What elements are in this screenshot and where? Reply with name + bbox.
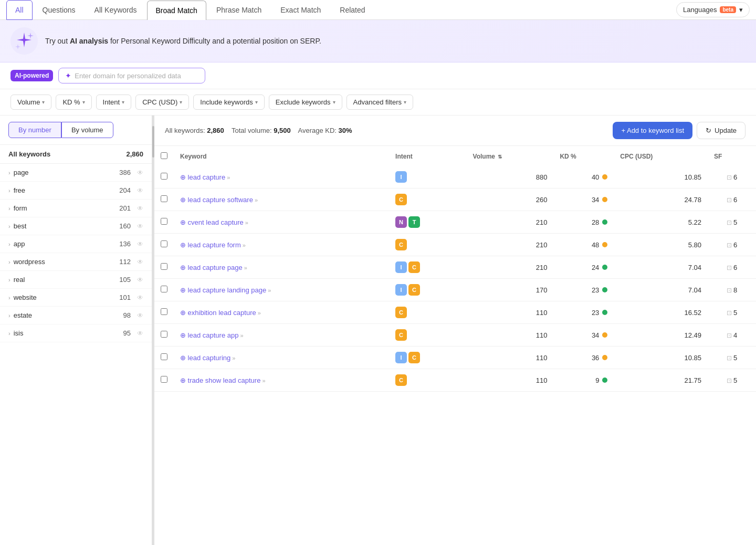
domain-input-wrapper[interactable]: ✦ Enter domain for personalized data — [58, 68, 205, 83]
keyword-link[interactable]: ⊕ lead capturing» — [180, 354, 235, 362]
chevron-down-icon: ▾ — [739, 6, 743, 14]
eye-icon[interactable]: 👁 — [137, 169, 143, 176]
keyword-link[interactable]: ⊕ lead capture» — [180, 173, 230, 181]
tab-questions[interactable]: Questions — [34, 0, 85, 19]
keyword-link[interactable]: ⊕ lead capture form» — [180, 241, 246, 249]
list-item[interactable]: › estate 98 👁 — [0, 307, 152, 324]
volume-value: 110 — [467, 347, 554, 369]
keyword-link[interactable]: ⊕ lead capture software» — [180, 196, 258, 204]
domain-row: AI-powered ✦ Enter domain for personaliz… — [0, 62, 756, 89]
tab-all-keywords[interactable]: All Keywords — [86, 0, 146, 19]
row-checkbox[interactable] — [161, 173, 167, 180]
list-item[interactable]: › form 201 👁 — [0, 200, 152, 217]
sf-value: ⊡6 — [708, 188, 756, 211]
eye-icon[interactable]: 👁 — [137, 294, 143, 301]
cpc-value: 5.22 — [614, 211, 708, 234]
volume-value: 110 — [467, 369, 554, 392]
cpc-value: 10.85 — [614, 347, 708, 369]
list-item[interactable]: › free 204 👁 — [0, 182, 152, 200]
table-header-volume[interactable]: Volume ⇅ — [467, 147, 554, 166]
left-list-header: All keywords 2,860 — [0, 145, 152, 164]
languages-dropdown[interactable]: Languages beta ▾ — [676, 2, 750, 17]
update-button[interactable]: ↻ Update — [697, 122, 746, 139]
row-checkbox[interactable] — [161, 353, 167, 360]
intent-badge: C — [408, 352, 420, 363]
kd-value: 48 — [553, 234, 614, 256]
select-all-checkbox[interactable] — [161, 152, 167, 159]
tab-broad-match[interactable]: Broad Match — [147, 1, 206, 20]
chevron-down-icon: ▾ — [180, 99, 182, 105]
row-checkbox[interactable] — [161, 240, 167, 247]
sf-icon: ⊡ — [727, 309, 732, 317]
keyword-label: app — [14, 240, 117, 248]
tab-exact-match[interactable]: Exact Match — [271, 0, 330, 19]
sf-value: ⊡8 — [708, 279, 756, 301]
filter-exclude-keywords[interactable]: Exclude keywords ▾ — [269, 95, 342, 110]
languages-label: Languages — [683, 6, 717, 14]
list-item[interactable]: › wordpress 112 👁 — [0, 253, 152, 271]
table-header-kd: KD % — [553, 147, 614, 166]
chevron-right-icon: › — [8, 330, 10, 337]
intent-badge: I — [395, 171, 407, 183]
kd-dot — [602, 265, 607, 270]
kd-dot — [602, 310, 607, 315]
chevron-down-icon: ▾ — [404, 99, 406, 105]
eye-icon[interactable]: 👁 — [137, 258, 143, 266]
row-checkbox[interactable] — [161, 376, 167, 383]
eye-icon[interactable]: 👁 — [137, 205, 143, 212]
filter-advanced[interactable]: Advanced filters ▾ — [346, 95, 414, 110]
keyword-link[interactable]: ⊕ lead capture page» — [180, 264, 247, 271]
filter-include-keywords[interactable]: Include keywords ▾ — [193, 95, 264, 110]
keyword-link[interactable]: ⊕ lead capture app» — [180, 331, 244, 339]
row-checkbox[interactable] — [161, 331, 167, 338]
intent-badge: C — [408, 261, 420, 273]
keyword-link[interactable]: ⊕ trade show lead capture» — [180, 376, 266, 384]
keyword-link[interactable]: ⊕ cvent lead capture» — [180, 218, 248, 226]
row-checkbox[interactable] — [161, 195, 167, 202]
kd-dot — [602, 287, 607, 292]
intent-badge: T — [408, 216, 420, 228]
sf-icon: ⊡ — [727, 332, 732, 339]
sf-icon: ⊡ — [727, 174, 732, 181]
volume-value: 110 — [467, 324, 554, 347]
filter-kd[interactable]: KD % ▾ — [56, 95, 91, 110]
row-checkbox[interactable] — [161, 263, 167, 270]
filter-volume[interactable]: Volume ▾ — [10, 95, 51, 110]
by-number-button[interactable]: By number — [8, 122, 61, 138]
row-checkbox[interactable] — [161, 286, 167, 292]
tab-related[interactable]: Related — [331, 0, 374, 19]
eye-icon[interactable]: 👁 — [137, 330, 143, 337]
row-checkbox[interactable] — [161, 308, 167, 315]
sf-icon: ⊡ — [727, 377, 732, 384]
add-to-keyword-list-button[interactable]: + Add to keyword list — [613, 122, 692, 139]
eye-icon[interactable]: 👁 — [137, 276, 143, 284]
list-item[interactable]: › best 160 👁 — [0, 217, 152, 235]
tab-all[interactable]: All — [6, 0, 33, 20]
keyword-count: 386 — [119, 169, 131, 176]
eye-icon[interactable]: 👁 — [137, 312, 143, 319]
tab-phrase-match[interactable]: Phrase Match — [207, 0, 270, 19]
eye-icon[interactable]: 👁 — [137, 223, 143, 230]
intent-badge: I — [395, 261, 407, 273]
list-item[interactable]: › app 136 👁 — [0, 235, 152, 253]
keyword-link[interactable]: ⊕ exhibition lead capture» — [180, 309, 261, 317]
eye-icon[interactable]: 👁 — [137, 187, 143, 194]
eye-icon[interactable]: 👁 — [137, 240, 143, 248]
list-item[interactable]: › isis 95 👁 — [0, 324, 152, 342]
by-volume-button[interactable]: By volume — [61, 122, 113, 138]
domain-input-placeholder: Enter domain for personalized data — [75, 72, 181, 80]
keyword-link[interactable]: ⊕ lead capture landing page» — [180, 286, 271, 294]
cpc-value: 16.52 — [614, 301, 708, 324]
volume-value: 260 — [467, 188, 554, 211]
cpc-value: 21.75 — [614, 369, 708, 392]
chevron-right-icon: › — [8, 205, 10, 212]
filter-intent[interactable]: Intent ▾ — [96, 95, 132, 110]
list-item[interactable]: › page 386 👁 — [0, 164, 152, 182]
list-item[interactable]: › website 101 👁 — [0, 289, 152, 307]
filter-cpc[interactable]: CPC (USD) ▾ — [135, 95, 189, 110]
keyword-count: 204 — [119, 186, 131, 194]
intent-badge: C — [395, 194, 407, 205]
list-item[interactable]: › real 105 👁 — [0, 271, 152, 289]
row-checkbox[interactable] — [161, 218, 167, 225]
sf-value: ⊡5 — [708, 211, 756, 234]
